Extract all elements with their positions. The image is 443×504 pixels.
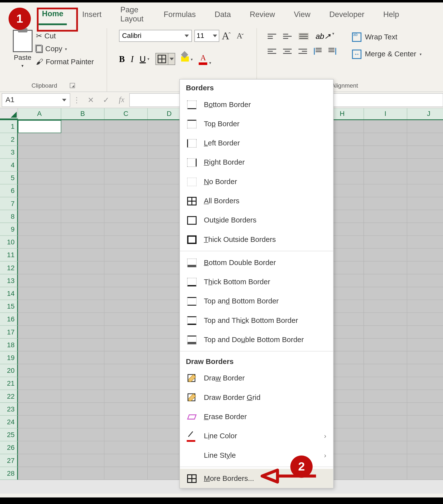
menu-draw-border-grid[interactable]: Draw Border Grid	[180, 388, 333, 407]
cell[interactable]	[407, 326, 443, 339]
menu-thick-outside-borders[interactable]: Thick Outside Borders	[180, 230, 333, 249]
row-header[interactable]: 7	[0, 197, 18, 210]
cell[interactable]	[61, 159, 105, 172]
menu-thick-bottom-border[interactable]: Thick Bottom Border	[180, 272, 333, 291]
cell[interactable]	[105, 377, 148, 390]
row-header[interactable]: 21	[0, 377, 18, 390]
cell[interactable]	[364, 159, 407, 172]
align-top-button[interactable]	[268, 34, 277, 39]
cell[interactable]	[407, 416, 443, 429]
row-header[interactable]: 6	[0, 185, 18, 197]
merge-dropdown-caret[interactable]: ▾	[420, 52, 422, 56]
cell[interactable]	[18, 339, 61, 351]
cell[interactable]	[18, 390, 61, 403]
increase-indent-button[interactable]	[329, 48, 336, 55]
cell[interactable]	[18, 197, 61, 210]
row-header[interactable]: 13	[0, 274, 18, 287]
menu-all-borders[interactable]: All Borders	[180, 191, 333, 210]
row-header[interactable]: 25	[0, 429, 18, 441]
cell[interactable]	[61, 364, 105, 377]
cell[interactable]	[407, 223, 443, 236]
cell[interactable]	[364, 172, 407, 184]
font-color-dropdown-caret[interactable]: ▾	[209, 61, 211, 65]
menu-no-border[interactable]: No Border	[180, 172, 333, 191]
column-header[interactable]: I	[364, 108, 407, 119]
cell[interactable]	[18, 185, 61, 197]
cell[interactable]	[18, 262, 61, 274]
align-left-button[interactable]	[268, 49, 277, 54]
cell[interactable]	[61, 416, 105, 429]
fill-color-dropdown-caret[interactable]: ▾	[191, 57, 193, 62]
cell[interactable]	[105, 262, 148, 274]
cell[interactable]	[407, 377, 443, 390]
cell[interactable]	[364, 236, 407, 249]
align-middle-button[interactable]	[283, 34, 292, 39]
cell[interactable]	[18, 364, 61, 377]
cell[interactable]	[364, 467, 407, 480]
clipboard-dialog-launcher[interactable]	[70, 83, 75, 88]
column-header[interactable]: C	[105, 108, 148, 119]
align-bottom-button[interactable]	[298, 33, 309, 40]
cell[interactable]	[407, 467, 443, 480]
menu-left-border[interactable]: Left Border	[180, 133, 333, 153]
row-header[interactable]: 26	[0, 441, 18, 454]
cell[interactable]	[407, 351, 443, 364]
cell[interactable]	[105, 274, 148, 287]
cell[interactable]	[364, 326, 407, 339]
cell[interactable]	[407, 120, 443, 133]
borders-button[interactable]	[156, 53, 168, 65]
cell[interactable]	[407, 300, 443, 313]
cell[interactable]	[407, 441, 443, 454]
cell[interactable]	[364, 210, 407, 223]
row-header[interactable]: 17	[0, 326, 18, 339]
row-header[interactable]: 16	[0, 313, 18, 326]
cell[interactable]	[61, 326, 105, 339]
cell[interactable]	[18, 467, 61, 480]
cell[interactable]	[105, 313, 148, 326]
bold-button[interactable]: B	[119, 54, 125, 64]
row-header[interactable]: 23	[0, 403, 18, 416]
cell[interactable]	[407, 185, 443, 197]
cell[interactable]	[18, 416, 61, 429]
cell[interactable]	[105, 467, 148, 480]
cell[interactable]	[61, 274, 105, 287]
tab-formulas[interactable]: Formulas	[160, 8, 199, 24]
row-header[interactable]: 2	[0, 133, 18, 146]
cell[interactable]	[364, 133, 407, 146]
cell[interactable]	[407, 339, 443, 351]
cell[interactable]	[407, 172, 443, 184]
menu-top-double-bottom-border[interactable]: Top and Double Bottom Border	[180, 330, 333, 349]
cell[interactable]	[61, 146, 105, 159]
column-header[interactable]: B	[61, 108, 105, 119]
cell[interactable]	[61, 441, 105, 454]
tab-help[interactable]: Help	[380, 8, 402, 24]
cell[interactable]	[364, 120, 407, 133]
cell[interactable]	[18, 223, 61, 236]
row-header[interactable]: 28	[0, 467, 18, 480]
enter-formula-button[interactable]: ✓	[98, 93, 114, 107]
cell[interactable]	[18, 287, 61, 300]
cell[interactable]	[18, 300, 61, 313]
cell[interactable]	[18, 326, 61, 339]
cell[interactable]	[364, 364, 407, 377]
cell[interactable]	[61, 403, 105, 416]
menu-erase-border[interactable]: Erase Border	[180, 407, 333, 426]
cell[interactable]	[18, 377, 61, 390]
cell[interactable]	[105, 351, 148, 364]
cell[interactable]	[105, 390, 148, 403]
cell[interactable]	[105, 185, 148, 197]
cell[interactable]	[407, 429, 443, 441]
cell[interactable]	[407, 236, 443, 249]
cell[interactable]	[18, 403, 61, 416]
fill-color-button[interactable]	[181, 56, 189, 62]
align-center-button[interactable]	[283, 49, 292, 54]
cell[interactable]	[407, 287, 443, 300]
orientation-dropdown-caret[interactable]: ▾	[332, 32, 334, 41]
cell[interactable]	[18, 249, 61, 262]
row-header[interactable]: 9	[0, 223, 18, 236]
row-header[interactable]: 27	[0, 454, 18, 467]
cell[interactable]	[407, 454, 443, 467]
row-header[interactable]: 12	[0, 262, 18, 274]
row-header[interactable]: 5	[0, 172, 18, 184]
cell[interactable]	[61, 210, 105, 223]
